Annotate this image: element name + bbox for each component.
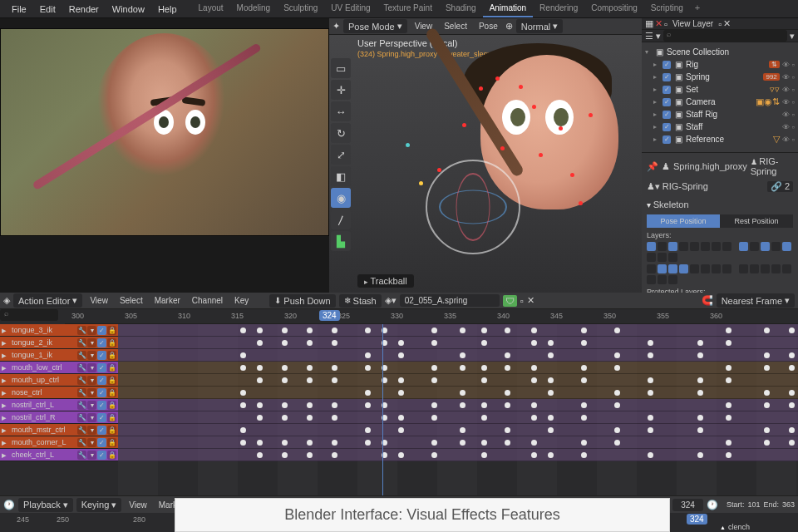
- keyframe[interactable]: [481, 365, 487, 371]
- start-frame-field[interactable]: 101: [747, 500, 760, 509]
- keyframe[interactable]: [581, 377, 587, 383]
- tab-uv[interactable]: UV Editing: [324, 0, 377, 17]
- keyframe[interactable]: [726, 365, 732, 371]
- keyframe[interactable]: [257, 328, 263, 333]
- editor-type-icon[interactable]: ✦: [332, 21, 340, 32]
- keyframe[interactable]: [764, 402, 770, 408]
- track-row[interactable]: [118, 449, 798, 461]
- ae-channel-menu[interactable]: Channel: [188, 294, 227, 307]
- timeline-type-icon[interactable]: 🕐: [3, 500, 15, 510]
- keyframe[interactable]: [240, 427, 246, 433]
- outliner-search[interactable]: ⌕: [663, 30, 787, 42]
- editor-type-icon[interactable]: ◈: [3, 295, 10, 306]
- scene-icon[interactable]: ▦: [645, 18, 653, 29]
- keyframe[interactable]: [548, 340, 554, 346]
- keyframe[interactable]: [282, 440, 288, 446]
- keyframe[interactable]: [548, 377, 554, 383]
- keyframe[interactable]: [460, 365, 466, 371]
- keyframe[interactable]: [257, 402, 263, 408]
- keyframe[interactable]: [614, 365, 620, 371]
- action-browse-icon[interactable]: ◈▾: [385, 295, 397, 306]
- rest-position-button[interactable]: Rest Position: [720, 214, 793, 228]
- tab-modeling[interactable]: Modeling: [230, 0, 278, 17]
- stash-button[interactable]: ❄ Stash: [339, 294, 382, 308]
- keyframe[interactable]: [505, 352, 510, 358]
- keyframe[interactable]: [581, 328, 587, 333]
- keyframe[interactable]: [257, 377, 263, 383]
- armature-data-icon[interactable]: ♟▾: [647, 181, 660, 191]
- keyframe[interactable]: [398, 340, 404, 346]
- keyframe[interactable]: [460, 440, 466, 446]
- keyframe[interactable]: [365, 390, 371, 396]
- keyframe[interactable]: [282, 452, 288, 458]
- menu-file[interactable]: File: [5, 2, 33, 17]
- keyframe[interactable]: [398, 390, 404, 396]
- keyframe[interactable]: [531, 365, 537, 371]
- outliner-type-icon[interactable]: ☰: [645, 31, 653, 42]
- keyframe[interactable]: [481, 452, 487, 458]
- channel-mouth_up_ctrl[interactable]: ▸mouth_up_ctrl🔧▾✓🔒: [0, 374, 118, 387]
- keyframe[interactable]: [398, 377, 404, 383]
- current-frame-indicator[interactable]: 324: [319, 310, 340, 321]
- keyframe[interactable]: [648, 427, 653, 433]
- keyframe[interactable]: [257, 340, 263, 346]
- keyframe[interactable]: [307, 328, 313, 333]
- keyframe[interactable]: [332, 377, 337, 383]
- keyframe[interactable]: [726, 328, 732, 333]
- channel-mouth_low_ctrl[interactable]: ▸mouth_low_ctrl🔧▾✓🔒: [0, 362, 118, 374]
- keyframe[interactable]: [282, 340, 288, 346]
- keyframe[interactable]: [505, 365, 510, 371]
- outliner-item-set[interactable]: ▸✓▣Set▿▿👁▫: [642, 83, 798, 96]
- keyframe[interactable]: [257, 365, 263, 371]
- keyframe[interactable]: [789, 427, 795, 433]
- keyframe[interactable]: [431, 402, 437, 408]
- menu-edit[interactable]: Edit: [33, 2, 62, 17]
- keyframe[interactable]: [789, 402, 795, 408]
- keyframe[interactable]: [648, 377, 653, 383]
- fake-user-icon[interactable]: 🛡: [503, 295, 517, 307]
- tool-measure[interactable]: 〳: [331, 209, 351, 229]
- mode-dropdown[interactable]: Pose Mode▾: [343, 19, 407, 33]
- keyframe[interactable]: [332, 402, 337, 408]
- keyframe[interactable]: [697, 452, 703, 458]
- keyframe[interactable]: [240, 352, 246, 358]
- keyframe[interactable]: [531, 440, 537, 446]
- track-row[interactable]: [118, 337, 798, 349]
- select-menu[interactable]: Select: [440, 20, 471, 32]
- channel-search[interactable]: ⌕: [0, 309, 58, 321]
- keyframe[interactable]: [764, 328, 770, 333]
- tool-annotate[interactable]: ◉: [331, 188, 351, 208]
- keyframe[interactable]: [581, 340, 587, 346]
- keyframe[interactable]: [764, 427, 770, 433]
- keyframe[interactable]: [581, 440, 587, 446]
- keyframe[interactable]: [240, 328, 246, 333]
- snap-icon[interactable]: 🧲: [702, 295, 713, 306]
- keyframe[interactable]: [431, 440, 437, 446]
- pose-menu[interactable]: Pose: [475, 20, 502, 32]
- track-row[interactable]: [118, 362, 798, 374]
- tab-sculpting[interactable]: Sculpting: [277, 0, 324, 17]
- keyframe[interactable]: [614, 427, 620, 433]
- add-workspace-button[interactable]: +: [690, 0, 705, 17]
- preview-range-icon[interactable]: 🕐: [707, 500, 718, 510]
- keyframe[interactable]: [697, 340, 703, 346]
- keyframe[interactable]: [726, 377, 732, 383]
- tl-view-menu[interactable]: View: [125, 499, 151, 511]
- keyframe[interactable]: [789, 365, 795, 371]
- new-action-icon[interactable]: ▫: [520, 296, 524, 306]
- tab-animation[interactable]: Animation: [483, 0, 533, 17]
- keyframe[interactable]: [431, 377, 437, 383]
- keyframe[interactable]: [307, 377, 313, 383]
- track-row[interactable]: [118, 436, 798, 449]
- keyframe[interactable]: [365, 402, 371, 408]
- keyframe[interactable]: [332, 340, 337, 346]
- ae-view-menu[interactable]: View: [86, 294, 112, 307]
- pin-icon[interactable]: 📌: [647, 161, 658, 172]
- frame-ruler[interactable]: 324 300305310315320325330335340345350355…: [65, 309, 798, 324]
- menu-help[interactable]: Help: [151, 2, 184, 17]
- keyframe[interactable]: [282, 328, 288, 333]
- keyframe[interactable]: [531, 415, 537, 421]
- snap-mode[interactable]: Nearest Frame▾: [717, 293, 795, 308]
- keyframe[interactable]: [764, 352, 770, 358]
- tab-layout[interactable]: Layout: [192, 0, 230, 17]
